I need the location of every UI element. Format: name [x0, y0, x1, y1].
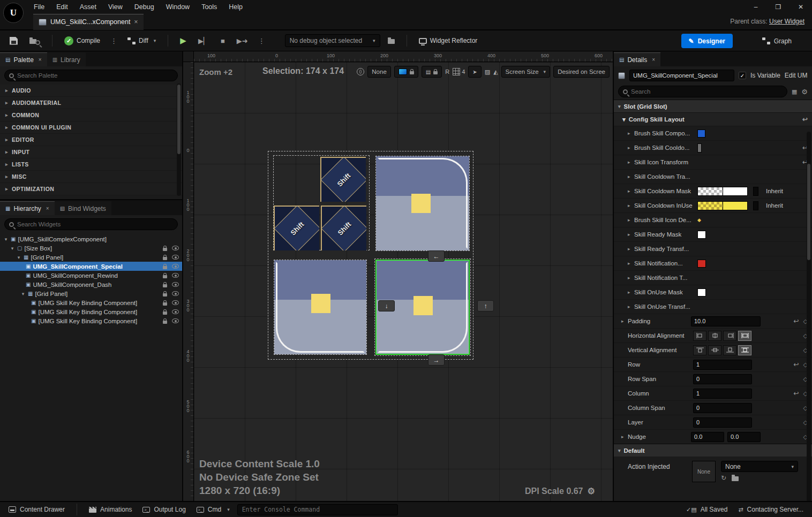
console-command-input[interactable]: [237, 504, 398, 515]
nudge-up-arrow-button[interactable]: ↑: [477, 300, 494, 311]
close-button[interactable]: ✕: [790, 0, 812, 14]
browse-asset-button[interactable]: [25, 35, 44, 47]
property-nudge[interactable]: ▸Nudge ◇: [614, 429, 812, 444]
halign-right-button[interactable]: [723, 331, 736, 341]
property-skill-onuse-mask[interactable]: ▸Skill OnUse Mask: [614, 285, 812, 299]
property-brush-skill-component[interactable]: ▸Brush Skill Compo...: [614, 126, 812, 140]
graph-mode-button[interactable]: Graph: [757, 34, 797, 48]
maximize-button[interactable]: ❒: [767, 0, 790, 14]
property-row[interactable]: Row ↩◇: [614, 357, 812, 371]
section-config-skill-layout[interactable]: ▾Config Skill Layout ↩: [614, 112, 812, 126]
visibility-icon[interactable]: [172, 264, 179, 269]
palette-category-optimization[interactable]: ▸OPTIMIZATION: [0, 183, 182, 195]
play-button[interactable]: ▶: [176, 34, 191, 48]
palette-tab-close-icon[interactable]: ×: [39, 57, 42, 63]
nudge-right-arrow-button[interactable]: →: [428, 354, 445, 366]
reset-icon[interactable]: ↩: [802, 116, 808, 123]
key-binding-widget-shift-3[interactable]: Shift: [321, 206, 366, 250]
tab-bind-widgets[interactable]: ▧ Bind Widgets: [55, 201, 111, 215]
lock-icon[interactable]: [163, 257, 167, 260]
all-saved-status[interactable]: ✓▤ All Saved: [683, 506, 731, 513]
visibility-icon[interactable]: [172, 318, 179, 323]
color-swatch-blue[interactable]: [697, 130, 705, 138]
menu-debug[interactable]: Debug: [129, 0, 160, 14]
reset-icon[interactable]: ↩: [793, 317, 799, 325]
anchor-none-dropdown[interactable]: None: [367, 66, 391, 78]
lock-icon[interactable]: [163, 293, 167, 296]
menu-file[interactable]: File: [28, 0, 50, 14]
property-brush-skill-cooldown[interactable]: ▸Brush Skill Cooldo... ↩: [614, 140, 812, 155]
debug-browse-button[interactable]: [384, 35, 399, 46]
reset-icon[interactable]: ↩: [793, 361, 799, 368]
tree-row-grid-panel[interactable]: ▾▦ [Grid Panel]: [0, 253, 182, 262]
valign-top-button[interactable]: [693, 345, 706, 355]
nudge-x-input[interactable]: [691, 432, 724, 442]
color-swatch-gray[interactable]: [697, 143, 702, 153]
designer-mode-button[interactable]: ✎ Designer: [681, 34, 733, 48]
tree-row-key-binding-3[interactable]: ▣ [UMG Skill Key Binding Component]: [0, 316, 182, 325]
padding-input[interactable]: [691, 316, 761, 326]
screen-size-dropdown[interactable]: Screen Size▾: [501, 66, 551, 78]
layer-input[interactable]: [693, 417, 752, 428]
details-search-input[interactable]: [631, 88, 783, 95]
lock-icon[interactable]: [163, 321, 167, 324]
is-variable-checkbox[interactable]: ✓: [739, 72, 746, 79]
color-swatch-white[interactable]: [697, 231, 706, 239]
halign-fill-button[interactable]: [738, 331, 751, 341]
row-span-input[interactable]: [693, 374, 752, 384]
lock-icon[interactable]: [163, 275, 167, 278]
hierarchy-tab-close-icon[interactable]: ×: [46, 206, 49, 211]
flip-preview-button[interactable]: ◭: [493, 69, 498, 75]
menu-view[interactable]: View: [102, 0, 129, 14]
palette-category-lists[interactable]: ▸LISTS: [0, 158, 182, 171]
lock-icon[interactable]: [163, 266, 167, 269]
section-slot-grid-slot[interactable]: ▾Slot (Grid Slot): [614, 100, 812, 112]
halign-center-button[interactable]: [708, 331, 721, 341]
tree-row-skillcomponent-special[interactable]: ▣ UMG_SkillComponent_Special: [0, 262, 182, 271]
parent-class-link[interactable]: User Widget: [769, 18, 805, 25]
menu-help[interactable]: Help: [223, 0, 249, 14]
column-input[interactable]: [693, 389, 752, 399]
mask-swatch[interactable]: [697, 187, 748, 196]
property-column[interactable]: Column ↩◇: [614, 386, 812, 400]
browse-to-asset-icon[interactable]: [732, 476, 739, 481]
globe-anchor-icon[interactable]: [357, 68, 364, 75]
halign-left-button[interactable]: [693, 331, 706, 341]
key-binding-widget-shift-2[interactable]: Shift: [274, 206, 319, 250]
palette-category-common[interactable]: ▸COMMON: [0, 109, 182, 121]
lock-icon[interactable]: [163, 311, 167, 315]
tree-row-skillcomponent-dash[interactable]: ▣ UMG_SkillComponent_Dash: [0, 280, 182, 289]
tree-row-grid-panel-2[interactable]: ▾▦ [Grid Panel]: [0, 289, 182, 298]
menu-window[interactable]: Window: [160, 0, 196, 14]
visibility-icon[interactable]: [172, 255, 179, 260]
source-control-status[interactable]: ⇄ Contacting Server...: [735, 506, 807, 513]
visibility-icon[interactable]: [172, 282, 179, 287]
property-skill-cooldown-inuse[interactable]: ▸Skill Cooldown InUse Inherit: [614, 198, 812, 212]
property-brush-skill-icon-default[interactable]: ▸Brush Skill Icon De... ◆: [614, 212, 812, 227]
lock-icon[interactable]: [163, 284, 167, 287]
palette-category-input[interactable]: ▸INPUT: [0, 146, 182, 158]
minimize-button[interactable]: –: [745, 0, 767, 14]
tree-row-key-binding-2[interactable]: ▣ [UMG Skill Key Binding Component]: [0, 307, 182, 316]
nudge-y-input[interactable]: [727, 432, 761, 442]
tab-hierarchy[interactable]: ▦ Hierarchy ×: [0, 201, 55, 215]
frame-skip-button[interactable]: ▶▏: [194, 35, 213, 47]
rotation-mode-button[interactable]: R: [445, 69, 449, 75]
property-skill-notification[interactable]: ▸Skill Notification...: [614, 256, 812, 270]
nudge-left-arrow-button[interactable]: ←: [428, 250, 445, 262]
asset-tab[interactable]: UMG_SkillC...xComponent ×: [33, 14, 144, 30]
tree-row-skillcomponent-rewind[interactable]: ▣ UMG_SkillComponent_Rewind: [0, 271, 182, 280]
tree-row-size-box[interactable]: ▾▢ [Size Box]: [0, 244, 182, 253]
property-padding[interactable]: ▸Padding ↩◇: [614, 314, 812, 328]
menu-asset[interactable]: Asset: [74, 0, 102, 14]
mask-swatch-yellow[interactable]: [697, 201, 748, 210]
visibility-icon[interactable]: [172, 246, 179, 250]
action-injected-thumbnail[interactable]: None: [692, 461, 716, 482]
details-scrollbar[interactable]: [807, 132, 811, 501]
visibility-icon[interactable]: [172, 309, 179, 314]
key-binding-widget-shift-1[interactable]: Shift: [320, 157, 366, 202]
details-settings-gear-icon[interactable]: ⚙: [801, 88, 808, 96]
property-skill-ready-mask[interactable]: ▸Skill Ready Mask: [614, 227, 812, 241]
visibility-icon[interactable]: [172, 300, 179, 305]
widget-name-input[interactable]: [629, 70, 734, 81]
